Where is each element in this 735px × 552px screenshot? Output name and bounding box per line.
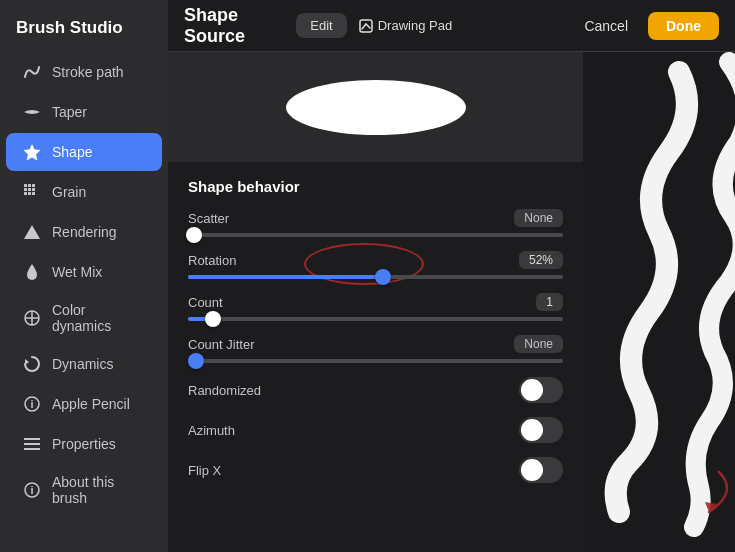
section-title: Shape Source (184, 5, 284, 47)
svg-line-23 (366, 24, 370, 28)
properties-icon (22, 434, 42, 454)
sidebar-item-label: Properties (52, 436, 116, 452)
grain-icon (22, 182, 42, 202)
sidebar-item-label: Shape (52, 144, 92, 160)
sidebar-item-label: Stroke path (52, 64, 124, 80)
drawing-pad-button[interactable]: Drawing Pad (359, 18, 452, 33)
rotation-label: Rotation (188, 253, 236, 268)
rotation-slider-track[interactable] (188, 275, 563, 279)
sidebar-item-label: Taper (52, 104, 87, 120)
count-slider-thumb[interactable] (205, 311, 221, 327)
sidebar-item-wet-mix[interactable]: Wet Mix (6, 253, 162, 291)
edit-button[interactable]: Edit (296, 13, 346, 38)
sidebar-item-rendering[interactable]: Rendering (6, 213, 162, 251)
section-behavior-title: Shape behavior (188, 178, 563, 195)
rendering-icon (22, 222, 42, 242)
count-jitter-slider-track[interactable] (188, 359, 563, 363)
count-jitter-slider-thumb[interactable] (188, 353, 204, 369)
azimuth-toggle-knob (521, 419, 543, 441)
sidebar-item-grain[interactable]: Grain (6, 173, 162, 211)
randomized-label: Randomized (188, 383, 261, 398)
brush-strokes (583, 52, 735, 552)
count-jitter-value: None (514, 335, 563, 353)
sidebar-item-label: Grain (52, 184, 86, 200)
flip-x-toggle[interactable] (519, 457, 563, 483)
sidebar-item-label: Apple Pencil (52, 396, 130, 412)
count-jitter-control: Count Jitter None (188, 335, 563, 363)
svg-rect-5 (32, 188, 35, 191)
sidebar-item-stroke-path[interactable]: Stroke path (6, 53, 162, 91)
azimuth-label: Azimuth (188, 423, 235, 438)
dynamics-icon (22, 354, 42, 374)
svg-rect-7 (28, 192, 31, 195)
sidebar-item-dynamics[interactable]: Dynamics (6, 345, 162, 383)
apple-pencil-icon: i (22, 394, 42, 414)
svg-text:i: i (30, 398, 33, 410)
header: Shape Source Edit Drawing Pad Cancel Don… (168, 0, 735, 52)
sidebar-item-properties[interactable]: Properties (6, 425, 162, 463)
flip-x-toggle-knob (521, 459, 543, 481)
done-button[interactable]: Done (648, 12, 719, 40)
svg-rect-8 (32, 192, 35, 195)
scatter-value: None (514, 209, 563, 227)
count-control: Count 1 (188, 293, 563, 321)
cancel-button[interactable]: Cancel (576, 13, 636, 39)
shape-icon (22, 142, 42, 162)
scatter-label: Scatter (188, 211, 229, 226)
svg-rect-0 (24, 184, 27, 187)
count-slider-track[interactable] (188, 317, 563, 321)
rotation-slider-fill (188, 275, 383, 279)
shape-preview (168, 52, 583, 162)
scatter-slider-track[interactable] (188, 233, 563, 237)
randomized-toggle[interactable] (519, 377, 563, 403)
svg-text:i: i (30, 484, 33, 496)
stroke-path-icon (22, 62, 42, 82)
wet-mix-icon (22, 262, 42, 282)
controls-panel: Shape behavior Scatter None (168, 162, 583, 513)
sidebar-item-label: Rendering (52, 224, 117, 240)
sidebar: Brush Studio Stroke path Taper Shape (0, 0, 168, 552)
flip-x-label: Flip X (188, 463, 221, 478)
svg-rect-6 (24, 192, 27, 195)
scatter-control: Scatter None (188, 209, 563, 237)
svg-rect-2 (32, 184, 35, 187)
taper-icon (22, 102, 42, 122)
svg-rect-1 (28, 184, 31, 187)
rotation-slider-thumb[interactable] (375, 269, 391, 285)
azimuth-toggle[interactable] (519, 417, 563, 443)
scatter-slider-thumb[interactable] (186, 227, 202, 243)
svg-rect-4 (28, 188, 31, 191)
drawing-pad-icon (359, 19, 373, 33)
main-panel: Shape Source Edit Drawing Pad Cancel Don… (168, 0, 735, 552)
brush-shape-ellipse (286, 80, 466, 135)
svg-rect-21 (360, 20, 372, 32)
randomized-toggle-knob (521, 379, 543, 401)
sidebar-item-label: Wet Mix (52, 264, 102, 280)
drawing-pad-label: Drawing Pad (378, 18, 452, 33)
sidebar-item-color-dynamics[interactable]: Color dynamics (6, 293, 162, 343)
svg-rect-3 (24, 188, 27, 191)
rotation-control: Rotation 52% (188, 251, 563, 279)
body: Shape behavior Scatter None (168, 52, 735, 552)
color-dynamics-icon (22, 308, 42, 328)
app-title: Brush Studio (0, 8, 168, 52)
about-icon: i (22, 480, 42, 500)
sidebar-item-label: About this brush (52, 474, 146, 506)
sidebar-item-label: Color dynamics (52, 302, 146, 334)
count-value: 1 (536, 293, 563, 311)
rotation-value: 52% (519, 251, 563, 269)
left-panel: Shape behavior Scatter None (168, 52, 583, 552)
svg-marker-9 (24, 225, 40, 239)
count-jitter-label: Count Jitter (188, 337, 254, 352)
sidebar-item-shape[interactable]: Shape (6, 133, 162, 171)
drawing-canvas[interactable] (583, 52, 735, 552)
sidebar-item-about[interactable]: i About this brush (6, 465, 162, 515)
sidebar-item-apple-pencil[interactable]: i Apple Pencil (6, 385, 162, 423)
svg-line-22 (362, 24, 366, 29)
randomized-row: Randomized (188, 377, 563, 403)
svg-marker-13 (25, 359, 29, 365)
flip-x-row: Flip X (188, 457, 563, 483)
azimuth-row: Azimuth (188, 417, 563, 443)
sidebar-item-label: Dynamics (52, 356, 113, 372)
sidebar-item-taper[interactable]: Taper (6, 93, 162, 131)
